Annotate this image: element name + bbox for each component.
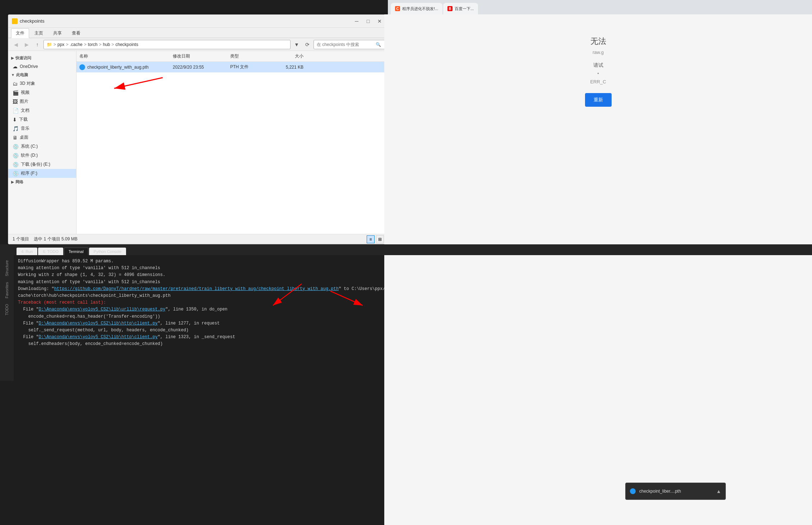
sidebar-item-onedrive[interactable]: ☁ OneDrive bbox=[8, 62, 76, 71]
ribbon-tabs: 文件 主页 共享 查看 bbox=[8, 28, 388, 38]
sidebar-item-quick-access[interactable]: ▶ 快速访问 bbox=[8, 54, 76, 62]
term-line-encode: encode_chunked=req.has_header('Transfer-… bbox=[18, 313, 390, 320]
sidebar-label-network: 网络 bbox=[15, 179, 23, 185]
tab-run[interactable]: 4: Run bbox=[17, 248, 37, 255]
tab-share[interactable]: 共享 bbox=[48, 28, 66, 38]
path-hub[interactable]: hub bbox=[103, 42, 110, 47]
popup-file-icon bbox=[630, 488, 636, 494]
browser-tab-csdn[interactable]: C 程序员进化不脱发!... bbox=[391, 3, 442, 14]
back-button[interactable]: ◀ bbox=[11, 40, 20, 49]
sidebar-item-drive-c[interactable]: 💿 系统 (C:) bbox=[8, 142, 76, 151]
structure-label-todo[interactable]: TODO bbox=[3, 303, 10, 317]
file-icon bbox=[79, 64, 85, 70]
drive-d-icon: 💿 bbox=[13, 153, 19, 158]
sidebar-item-drive-e[interactable]: 💿 下载 (备份) (E:) bbox=[8, 160, 76, 169]
term-line-endheaders: self.endheaders(body, encode_chunked=enc… bbox=[18, 341, 390, 347]
drive-c-icon: 💿 bbox=[13, 144, 19, 149]
sidebar-label-drive-f: 程序 (F:) bbox=[21, 170, 37, 176]
maximize-button[interactable]: □ bbox=[363, 17, 373, 25]
term-line-traceback: Traceback (most recent call last): bbox=[18, 299, 390, 306]
file-ref-1[interactable]: D:\Anaconda\envs\yolov5_CS2\lib\urllib\r… bbox=[39, 307, 166, 312]
error-title: 无法 bbox=[590, 36, 606, 47]
browser-tab-baidu[interactable]: B 百度一下... bbox=[443, 3, 478, 14]
status-total-text: 1 个项目 bbox=[13, 236, 29, 241]
pictures-icon: 🖼 bbox=[13, 99, 18, 105]
minimize-button[interactable]: ─ bbox=[352, 17, 362, 25]
browser-tab-label-baidu: 百度一下... bbox=[455, 6, 474, 11]
col-header-date[interactable]: 修改日期 bbox=[170, 52, 227, 60]
error-hint: 请试 bbox=[593, 62, 603, 69]
sidebar-item-3d[interactable]: 🗂 3D 对象 bbox=[8, 79, 76, 88]
path-dropdown-button[interactable]: ▼ bbox=[292, 40, 301, 49]
chevron-icon-3: ▶ bbox=[11, 180, 14, 184]
sidebar-label-music: 音乐 bbox=[21, 125, 29, 132]
table-row[interactable]: checkpoint_liberty_with_aug.pth 2022/9/2… bbox=[76, 62, 388, 73]
sidebar-item-this-pc[interactable]: ▼ 此电脑 bbox=[8, 71, 76, 79]
search-input[interactable] bbox=[317, 42, 374, 47]
file-name-cell: checkpoint_liberty_with_aug.pth bbox=[76, 64, 170, 71]
sidebar-item-network[interactable]: ▶ 网络 bbox=[8, 178, 76, 186]
sidebar-label-documents: 文档 bbox=[21, 107, 29, 114]
path-ppx[interactable]: ppx bbox=[57, 42, 64, 47]
term-line-2: making attention of type 'vanilla' with … bbox=[18, 265, 390, 272]
sidebar-item-documents[interactable]: 📄 文档 bbox=[8, 106, 76, 115]
col-header-name[interactable]: 名称 bbox=[76, 52, 170, 60]
sidebar-label-pictures: 图片 bbox=[20, 98, 28, 105]
file-date: 2022/9/20 23:55 bbox=[170, 64, 227, 70]
term-line-1: DiffusionWrapper has 859.52 M params. bbox=[18, 258, 390, 265]
col-header-size[interactable]: 大小 bbox=[270, 52, 306, 60]
title-bar-left: checkpoints bbox=[12, 18, 45, 24]
sidebar-item-music[interactable]: 🎵 音乐 bbox=[8, 124, 76, 133]
sidebar-item-desktop[interactable]: 🖥 桌面 bbox=[8, 133, 76, 142]
term-line-file2: File "D:\Anaconda\envs\yolov5_CS2\lib\ht… bbox=[18, 320, 390, 327]
chevron-icon-2: ▼ bbox=[11, 73, 15, 77]
term-line-3: Working with z of shape (1, 4, 32, 32) =… bbox=[18, 272, 390, 278]
term-line-download: Downloading: "https://github.com/DagnyT/… bbox=[18, 286, 390, 299]
path-cache[interactable]: .cache bbox=[70, 42, 82, 47]
file-ref-2[interactable]: D:\Anaconda\envs\yolov5_CS2\lib\http\cli… bbox=[39, 321, 158, 326]
path-torch[interactable]: torch bbox=[88, 42, 98, 47]
address-bar: ◀ ▶ ↑ 📁 > ppx > .cache > torch > hub > c… bbox=[8, 38, 388, 51]
term-line-file3: File "D:\Anaconda\envs\yolov5_CS2\lib\ht… bbox=[18, 334, 390, 341]
up-button[interactable]: ↑ bbox=[33, 40, 42, 49]
sidebar-label-onedrive: OneDrive bbox=[20, 64, 38, 69]
sidebar-label-downloads: 下载 bbox=[19, 116, 28, 123]
error-bullet: • bbox=[597, 71, 599, 76]
sidebar-item-video[interactable]: 🎬 视频 bbox=[8, 88, 76, 97]
tab-python-console[interactable]: Python Console bbox=[89, 248, 126, 255]
folder-icon-path: 📁 bbox=[47, 42, 52, 47]
tab-home[interactable]: 主页 bbox=[30, 28, 48, 38]
sidebar-item-downloads[interactable]: ⬇ 下载 bbox=[8, 115, 76, 124]
tab-view[interactable]: 查看 bbox=[67, 28, 85, 38]
path-checkpoints[interactable]: checkpoints bbox=[116, 42, 138, 47]
title-bar-controls: ─ □ ✕ bbox=[352, 17, 385, 25]
sidebar-item-pictures[interactable]: 🖼 图片 bbox=[8, 97, 76, 106]
structure-label-structure[interactable]: Structure bbox=[3, 259, 10, 278]
file-list: 名称 修改日期 类型 大小 checkpoint_liberty_with_au… bbox=[76, 51, 388, 234]
refresh-button[interactable]: ⟳ bbox=[303, 40, 312, 49]
sidebar-item-drive-f[interactable]: 💿 程序 (F:) bbox=[8, 169, 76, 178]
address-path[interactable]: 📁 > ppx > .cache > torch > hub > checkpo… bbox=[43, 40, 291, 49]
tab-terminal[interactable]: Terminal bbox=[64, 248, 88, 255]
structure-label-favorites[interactable]: Favorites bbox=[3, 281, 10, 300]
terminal-tabs: 4: Run 6: TODO Terminal Python Console bbox=[14, 244, 812, 255]
retry-button[interactable]: 重新 bbox=[585, 93, 612, 107]
download-url[interactable]: https://github.com/DagnyT/hardnet/raw/ma… bbox=[54, 286, 339, 291]
close-button[interactable]: ✕ bbox=[375, 17, 385, 25]
tab-file[interactable]: 文件 bbox=[11, 28, 29, 38]
popup-close-button[interactable]: ▲ bbox=[716, 488, 721, 494]
detail-view-button[interactable]: ⊞ bbox=[376, 235, 384, 243]
sidebar-item-drive-d[interactable]: 💿 软件 (D:) bbox=[8, 151, 76, 160]
terminal-content: DiffusionWrapper has 859.52 M params. ma… bbox=[14, 255, 394, 392]
col-header-type[interactable]: 类型 bbox=[227, 52, 270, 60]
drive-f-icon: 💿 bbox=[13, 171, 19, 176]
file-ref-3[interactable]: D:\Anaconda\envs\yolov5_CS2\lib\http\cli… bbox=[39, 335, 158, 340]
downloads-icon: ⬇ bbox=[13, 117, 17, 123]
list-view-button[interactable]: ≡ bbox=[367, 235, 375, 243]
forward-button[interactable]: ▶ bbox=[22, 40, 31, 49]
status-selected-text: 选中 1 个项目 5.09 MB bbox=[34, 236, 77, 241]
window-title: checkpoints bbox=[20, 18, 45, 24]
chevron-icon: ▶ bbox=[11, 56, 14, 60]
sidebar-label-video: 视频 bbox=[21, 89, 29, 96]
tab-todo[interactable]: 6: TODO bbox=[38, 248, 63, 255]
